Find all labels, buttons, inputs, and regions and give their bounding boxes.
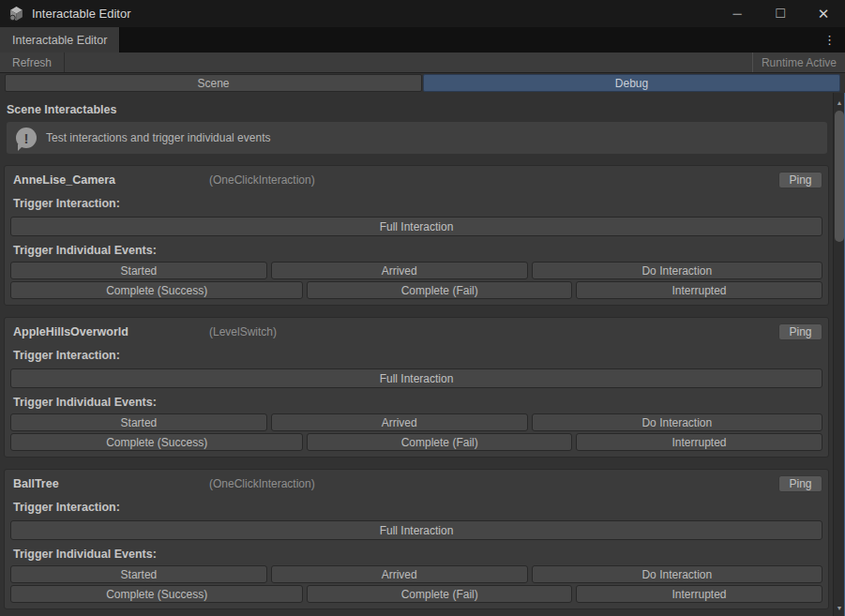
- interactable-name: AppleHillsOverworld: [13, 325, 209, 338]
- trigger-interaction-label: Trigger Interaction:: [13, 349, 822, 362]
- ping-button[interactable]: Ping: [778, 172, 822, 188]
- card-header: AppleHillsOverworld (LevelSwitch) Ping: [8, 323, 824, 341]
- started-button[interactable]: Started: [10, 413, 267, 431]
- interactable-name: AnneLise_Camera: [13, 173, 209, 187]
- trigger-interaction-label: Trigger Interaction:: [13, 501, 822, 514]
- event-button-row: Complete (Success) Complete (Fail) Inter…: [10, 281, 822, 299]
- tab-scene[interactable]: Scene: [5, 74, 422, 92]
- interrupted-button[interactable]: Interrupted: [576, 281, 822, 299]
- trigger-events-label: Trigger Individual Events:: [13, 396, 822, 409]
- arrived-button[interactable]: Arrived: [271, 413, 528, 431]
- view-tabs: Scene Debug: [0, 73, 845, 93]
- started-button[interactable]: Started: [10, 565, 267, 583]
- complete-fail-button[interactable]: Complete (Fail): [307, 433, 572, 451]
- interrupted-button[interactable]: Interrupted: [576, 585, 822, 603]
- maximize-button[interactable]: ☐: [759, 0, 802, 27]
- titlebar: Interactable Editor ─ ☐ ✕: [0, 0, 845, 27]
- event-button-row: Started Arrived Do Interaction: [10, 565, 822, 583]
- interrupted-button[interactable]: Interrupted: [576, 433, 822, 451]
- full-interaction-button[interactable]: Full Interaction: [10, 368, 822, 388]
- do-interaction-button[interactable]: Do Interaction: [532, 413, 822, 431]
- card-header: AnneLise_Camera (OneClickInteraction) Pi…: [8, 171, 824, 189]
- trigger-events-label: Trigger Individual Events:: [13, 548, 822, 561]
- interactable-type: (OneClickInteraction): [209, 173, 315, 187]
- do-interaction-button[interactable]: Do Interaction: [532, 565, 822, 583]
- event-button-row: Started Arrived Do Interaction: [10, 262, 822, 279]
- card-header: BallTree (OneClickInteraction) Ping: [8, 474, 824, 493]
- info-icon: !: [16, 128, 37, 148]
- interactable-type: (LevelSwitch): [209, 325, 277, 338]
- complete-success-button[interactable]: Complete (Success): [10, 281, 303, 299]
- window-title: Interactable Editor: [32, 7, 131, 21]
- scene-interactables-panel: Scene Interactables ! Test interactions …: [0, 93, 833, 616]
- complete-success-button[interactable]: Complete (Success): [10, 585, 303, 603]
- interactable-type: (OneClickInteraction): [209, 477, 315, 490]
- complete-fail-button[interactable]: Complete (Fail): [307, 281, 572, 299]
- page-title: Scene Interactables: [7, 103, 825, 116]
- do-interaction-button[interactable]: Do Interaction: [532, 262, 822, 279]
- started-button[interactable]: Started: [10, 262, 267, 279]
- arrived-button[interactable]: Arrived: [271, 565, 528, 583]
- interactable-card: BallTree (OneClickInteraction) Ping Trig…: [4, 469, 829, 609]
- window-controls: ─ ☐ ✕: [716, 0, 845, 27]
- scrollbar-thumb[interactable]: [835, 111, 844, 242]
- interactable-card: AnneLise_Camera (OneClickInteraction) Pi…: [4, 165, 829, 306]
- editor-tabstrip: Interactable Editor ⋮: [0, 27, 845, 53]
- toolbar: Refresh Runtime Active: [0, 53, 845, 73]
- event-button-row: Complete (Success) Complete (Fail) Inter…: [10, 433, 822, 451]
- help-box: ! Test interactions and trigger individu…: [7, 122, 827, 154]
- close-button[interactable]: ✕: [802, 0, 845, 27]
- full-interaction-button[interactable]: Full Interaction: [10, 520, 822, 540]
- ping-button[interactable]: Ping: [778, 323, 822, 340]
- minimize-button[interactable]: ─: [716, 0, 759, 27]
- interactable-card: AppleHillsOverworld (LevelSwitch) Ping T…: [4, 317, 829, 458]
- interactable-name: BallTree: [13, 477, 209, 490]
- trigger-events-label: Trigger Individual Events:: [13, 244, 822, 257]
- trigger-interaction-label: Trigger Interaction:: [13, 197, 822, 210]
- complete-fail-button[interactable]: Complete (Fail): [307, 585, 572, 603]
- help-box-text: Test interactions and trigger individual…: [46, 131, 270, 144]
- event-button-row: Complete (Success) Complete (Fail) Inter…: [10, 585, 822, 603]
- tab-interactable-editor[interactable]: Interactable Editor: [0, 27, 120, 53]
- ping-button[interactable]: Ping: [778, 475, 822, 492]
- refresh-button[interactable]: Refresh: [0, 53, 65, 72]
- event-button-row: Started Arrived Do Interaction: [10, 413, 822, 431]
- runtime-active-toggle[interactable]: Runtime Active: [752, 53, 845, 72]
- arrived-button[interactable]: Arrived: [271, 262, 528, 279]
- tab-debug[interactable]: Debug: [423, 74, 840, 92]
- interactable-editor-window: Interactable Editor ─ ☐ ✕ Interactable E…: [0, 0, 845, 616]
- tab-context-menu-icon[interactable]: ⋮: [820, 27, 839, 53]
- unity-cube-icon: [8, 6, 24, 22]
- full-interaction-button[interactable]: Full Interaction: [10, 217, 822, 236]
- complete-success-button[interactable]: Complete (Success): [10, 433, 303, 451]
